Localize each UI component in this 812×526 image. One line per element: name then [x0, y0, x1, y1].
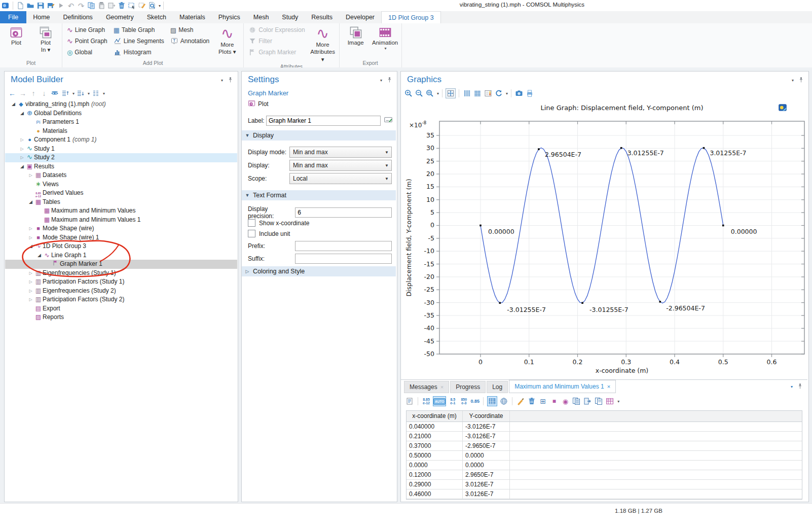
tab-home[interactable]: Home: [26, 11, 56, 23]
checkbox[interactable]: [248, 219, 255, 227]
tree-item-mode-shape-wire-[interactable]: ▷■Mode Shape (wire): [5, 224, 237, 233]
zoom-out-button[interactable]: [415, 89, 424, 98]
tree-item-derived-values[interactable]: 8.85e-12Derived Values: [5, 189, 237, 198]
tab-file[interactable]: File: [0, 11, 26, 23]
duplicate-table-button[interactable]: [594, 397, 603, 406]
tree-item-tables[interactable]: ◢▦Tables: [5, 198, 237, 207]
tree-item-maximum-and-minimum-values-1[interactable]: ▦Maximum and Minimum Values 1: [5, 216, 237, 225]
sphere-view-button[interactable]: [499, 397, 508, 406]
panel-menu-icon[interactable]: ▾: [380, 79, 382, 83]
move-up-button[interactable]: ↑: [29, 89, 38, 98]
expander-icon[interactable]: ◢: [27, 242, 34, 251]
tree-item-datasets[interactable]: ▷▦Datasets: [5, 171, 237, 180]
tree-item-vibrating-string-1-mph[interactable]: ◢◆vibrating_string (1).mph(root): [5, 100, 237, 109]
copy-table-button[interactable]: [572, 397, 581, 406]
run-button[interactable]: [56, 1, 65, 10]
search-button[interactable]: [147, 1, 157, 10]
scene-refresh-button[interactable]: [494, 89, 503, 98]
tree-item-eigenfrequencies-study-1-[interactable]: ▷▥Eigenfrequencies (Study 1): [5, 269, 237, 278]
print-button[interactable]: [525, 89, 534, 98]
x-axis-grid-button[interactable]: [462, 89, 471, 98]
dock-tab-log[interactable]: Log: [487, 381, 508, 393]
mesh-button[interactable]: ▨Mesh: [168, 24, 212, 36]
expander-icon[interactable]: ◢: [19, 109, 25, 118]
expander-icon[interactable]: ▷: [27, 171, 34, 180]
expander-icon[interactable]: ▷: [27, 295, 34, 304]
legend-button[interactable]: [484, 89, 493, 98]
clear-table-button[interactable]: [516, 397, 525, 406]
dock-menu-icon[interactable]: ▾: [791, 385, 793, 389]
close-icon[interactable]: ×: [607, 383, 610, 390]
table-row[interactable]: 0.500000.0000: [407, 451, 802, 461]
pin-icon[interactable]: [386, 77, 393, 85]
tree-item-parameters-1[interactable]: PiParameters 1: [5, 118, 237, 127]
tab-1d-plot-group-3[interactable]: 1D Plot Group 3: [381, 11, 441, 23]
table-row[interactable]: 0.00000.0000: [407, 461, 802, 470]
zoom-extents-button[interactable]: [446, 88, 456, 98]
text-format-section-header[interactable]: ▼ Text Format: [242, 190, 396, 200]
tab-developer[interactable]: Developer: [339, 11, 381, 23]
tab-materials[interactable]: Materials: [173, 11, 212, 23]
comsol-plot-badge[interactable]: [778, 103, 787, 114]
tree-item-maximum-and-minimum-values[interactable]: ▦Maximum and Minimum Values: [5, 206, 237, 216]
table-graph-button[interactable]: ▦Table Graph: [111, 24, 167, 36]
pin-icon[interactable]: [227, 77, 234, 85]
plot-button[interactable]: Plot: [248, 99, 269, 109]
automatic-notation-button[interactable]: AUTO: [433, 396, 446, 406]
dropdown-caret-icon[interactable]: ▾: [159, 4, 161, 8]
collapse-all-button[interactable]: [76, 89, 85, 98]
table-row[interactable]: 0.040000-3.0126E-7: [407, 422, 802, 432]
redo-button[interactable]: ↷: [77, 1, 86, 10]
tab-physics[interactable]: Physics: [212, 11, 247, 23]
table-row[interactable]: 0.120002.9650E-7: [407, 470, 802, 480]
tab-definitions[interactable]: Definitions: [57, 11, 99, 23]
expander-icon[interactable]: ◢: [19, 162, 25, 171]
export-table-button[interactable]: [583, 397, 592, 406]
cell-color-button[interactable]: ■: [549, 397, 559, 406]
scientific-notation-button[interactable]: 8.85e-12: [422, 397, 431, 406]
plot-in-button[interactable]: PlotIn ▾: [31, 24, 60, 54]
point-graph-button[interactable]: ∿Point Graph: [64, 36, 110, 47]
full-precision-button[interactable]: [405, 397, 414, 406]
plot-canvas[interactable]: 00.10.20.30.40.50.635302520151050-5-10-1…: [403, 100, 806, 378]
panel-menu-icon[interactable]: ▾: [792, 79, 794, 83]
expander-icon[interactable]: ▷: [27, 287, 34, 296]
move-down-button[interactable]: ↓: [40, 89, 49, 98]
tree-item-results[interactable]: ◢▣Results: [5, 162, 237, 171]
expander-icon[interactable]: ▷: [19, 135, 25, 145]
expander-icon[interactable]: ▷: [27, 224, 34, 233]
tree-item-reports[interactable]: ▨Reports: [5, 313, 237, 322]
undo-button[interactable]: ↶: [66, 1, 76, 10]
engineering-notation-button[interactable]: 8.5e-1: [448, 397, 457, 406]
open-button[interactable]: [26, 1, 35, 10]
image-button[interactable]: Image: [342, 24, 370, 46]
save-button[interactable]: [36, 1, 45, 10]
line-graph-button[interactable]: ∿Line Graph: [64, 24, 110, 36]
display-mode-select[interactable]: Min and max▼: [289, 147, 392, 158]
table-menu-button[interactable]: [605, 397, 614, 406]
compact-notation-button[interactable]: 850e-3: [459, 397, 468, 406]
tree-options-button[interactable]: [91, 89, 100, 98]
pin-icon[interactable]: [797, 383, 803, 391]
show-button[interactable]: [50, 89, 59, 98]
table-row[interactable]: 0.460003.0126E-7: [407, 489, 802, 499]
global-button[interactable]: ◎Global: [64, 47, 110, 58]
tree-item-study-1[interactable]: ▷∿Study 1: [5, 145, 237, 154]
clear-selection-button[interactable]: [137, 1, 146, 10]
tree-item-export[interactable]: ▤Export: [5, 304, 237, 313]
save-as-button[interactable]: [46, 1, 55, 10]
pin-icon[interactable]: [798, 77, 804, 85]
tab-study[interactable]: Study: [275, 11, 305, 23]
dock-tab-progress[interactable]: Progress: [450, 381, 486, 393]
table-row[interactable]: 0.37000-2.9650E-7: [407, 441, 802, 451]
nav-back-button[interactable]: ←: [8, 89, 17, 98]
tree-item-mode-shape-wire-1[interactable]: ▷■Mode Shape (wire) 1: [5, 233, 237, 242]
histogram-button[interactable]: Histogram: [111, 47, 167, 58]
zoom-in-button[interactable]: [404, 89, 413, 98]
expand-all-button[interactable]: [61, 89, 70, 98]
decimal-notation-button[interactable]: 0.85: [470, 397, 479, 406]
zoom-box-button[interactable]: [425, 89, 434, 98]
display-section-header[interactable]: ▼ Display: [242, 130, 396, 141]
tree-item-1d-plot-group-3[interactable]: ◢∿1D Plot Group 3: [5, 242, 237, 251]
tree-item-views[interactable]: ∗Views: [5, 180, 237, 189]
